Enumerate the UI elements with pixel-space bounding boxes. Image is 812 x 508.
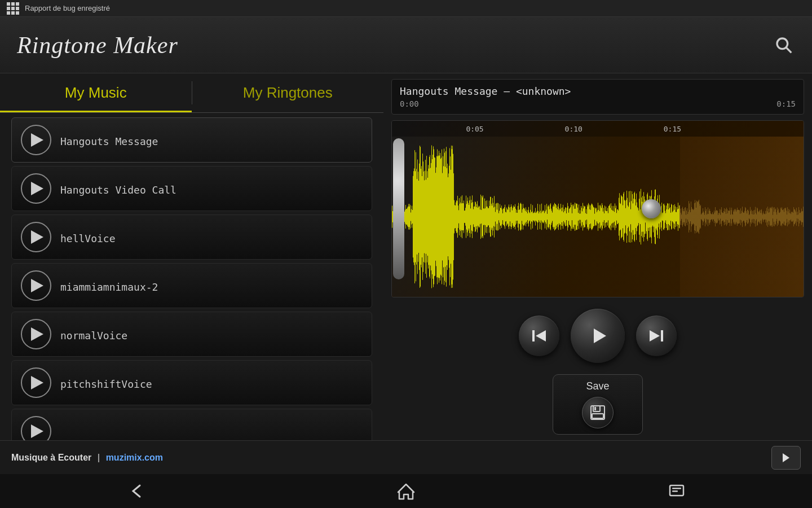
total-time: 0:15 bbox=[776, 99, 796, 108]
song-info: miammiamnimaux-2 bbox=[60, 279, 158, 293]
svg-rect-10 bbox=[594, 407, 596, 410]
main-content: My Music My Ringtones Hangouts Message bbox=[0, 73, 812, 440]
song-info: hellVoice bbox=[60, 230, 116, 244]
playhead-knob[interactable] bbox=[642, 199, 661, 218]
back-button[interactable] bbox=[125, 481, 145, 501]
song-item[interactable]: hellVoice bbox=[11, 214, 372, 260]
play-triangle-icon bbox=[31, 133, 43, 147]
time-marker-1: 0:05 bbox=[466, 125, 483, 133]
prev-button[interactable] bbox=[519, 316, 559, 356]
search-icon bbox=[775, 36, 793, 54]
song-play-button[interactable] bbox=[21, 416, 51, 440]
song-item[interactable]: normalVoice bbox=[11, 312, 372, 357]
play-triangle-icon bbox=[31, 424, 43, 438]
song-info: pitchshiftVoice bbox=[60, 376, 152, 390]
recents-button[interactable] bbox=[667, 481, 687, 501]
song-play-button[interactable] bbox=[21, 319, 51, 349]
song-play-button[interactable] bbox=[21, 222, 51, 252]
app-title: Ringtone Maker bbox=[17, 32, 178, 59]
tab-my-ringtones[interactable]: My Ringtones bbox=[192, 73, 384, 112]
svg-rect-9 bbox=[592, 414, 603, 418]
home-button[interactable] bbox=[396, 481, 416, 501]
waveform-display[interactable]: 0:05 0:10 0:15 bbox=[391, 120, 804, 297]
status-text: Rapport de bug enregistré bbox=[25, 4, 110, 12]
song-item[interactable]: Hangouts Video Call bbox=[11, 166, 372, 211]
playback-times: 0:00 0:15 bbox=[400, 99, 796, 108]
song-item[interactable] bbox=[11, 409, 372, 440]
now-playing-info: Hangouts Message – <unknown> 0:00 0:15 bbox=[391, 79, 804, 115]
svg-marker-3 bbox=[536, 330, 546, 341]
time-ruler: 0:05 0:10 0:15 bbox=[392, 121, 804, 137]
play-icon bbox=[586, 324, 610, 348]
prev-icon bbox=[530, 327, 548, 345]
home-icon bbox=[396, 481, 416, 501]
play-triangle-icon bbox=[31, 327, 43, 341]
footer-info: Musique à Ecouter | muzimix.com bbox=[11, 453, 163, 463]
song-title: miammiamnimaux-2 bbox=[60, 281, 158, 293]
play-triangle-icon bbox=[31, 182, 43, 195]
svg-marker-12 bbox=[398, 484, 414, 499]
svg-rect-5 bbox=[661, 330, 663, 341]
svg-rect-8 bbox=[593, 406, 600, 411]
left-trim-handle[interactable] bbox=[393, 138, 404, 279]
time-marker-3: 0:15 bbox=[664, 125, 681, 133]
now-playing-title: Hangouts Message – <unknown> bbox=[400, 85, 796, 97]
song-title: Hangouts Video Call bbox=[60, 184, 176, 196]
song-play-button[interactable] bbox=[21, 125, 51, 155]
play-button[interactable] bbox=[571, 309, 625, 363]
svg-marker-11 bbox=[783, 453, 789, 462]
tab-bar: My Music My Ringtones bbox=[0, 73, 383, 113]
save-label: Save bbox=[586, 380, 609, 392]
song-play-button[interactable] bbox=[21, 173, 51, 204]
back-icon bbox=[125, 481, 145, 501]
footer-arrow-button[interactable] bbox=[771, 446, 801, 470]
footer: Musique à Ecouter | muzimix.com bbox=[0, 440, 812, 474]
play-triangle-icon bbox=[31, 279, 43, 292]
transport-controls bbox=[391, 303, 804, 369]
right-panel: Hangouts Message – <unknown> 0:00 0:15 0… bbox=[383, 73, 812, 440]
svg-line-1 bbox=[787, 47, 792, 52]
header: Ringtone Maker bbox=[0, 17, 812, 73]
play-triangle-icon bbox=[31, 230, 43, 244]
left-panel: My Music My Ringtones Hangouts Message bbox=[0, 73, 383, 440]
song-title: Hangouts Message bbox=[60, 135, 158, 147]
svg-rect-2 bbox=[532, 330, 535, 341]
svg-point-0 bbox=[777, 38, 788, 49]
song-item[interactable]: pitchshiftVoice bbox=[11, 360, 372, 405]
waveform-canvas bbox=[392, 121, 804, 297]
song-title: hellVoice bbox=[60, 233, 116, 244]
song-item[interactable]: miammiamnimaux-2 bbox=[11, 263, 372, 308]
song-info: Hangouts Message bbox=[60, 133, 158, 147]
arrow-right-icon bbox=[779, 451, 793, 465]
search-button[interactable] bbox=[773, 34, 795, 56]
play-triangle-icon bbox=[31, 376, 43, 389]
save-file-icon bbox=[589, 404, 607, 422]
status-bar: Rapport de bug enregistré bbox=[0, 0, 812, 17]
footer-link[interactable]: muzimix.com bbox=[106, 453, 163, 462]
song-item[interactable]: Hangouts Message bbox=[11, 117, 372, 163]
time-marker-2: 0:10 bbox=[565, 125, 582, 133]
current-time: 0:00 bbox=[400, 99, 419, 108]
nav-bar bbox=[0, 474, 812, 508]
song-title: normalVoice bbox=[60, 330, 127, 341]
footer-text: Musique à Ecouter | muzimix.com bbox=[11, 453, 163, 462]
svg-rect-14 bbox=[672, 488, 681, 489]
svg-rect-15 bbox=[672, 491, 678, 492]
tab-my-music[interactable]: My Music bbox=[0, 73, 192, 112]
grid-icon bbox=[7, 2, 19, 15]
next-button[interactable] bbox=[636, 316, 677, 356]
song-title: pitchshiftVoice bbox=[60, 378, 152, 390]
song-info: Hangouts Video Call bbox=[60, 182, 176, 196]
save-button[interactable]: Save bbox=[553, 374, 643, 435]
song-play-button[interactable] bbox=[21, 367, 51, 398]
next-icon bbox=[647, 327, 665, 345]
svg-marker-6 bbox=[650, 330, 660, 341]
save-icon bbox=[582, 397, 614, 428]
svg-marker-4 bbox=[594, 329, 606, 343]
song-info: normalVoice bbox=[60, 327, 127, 341]
song-list: Hangouts Message Hangouts Video Call hel… bbox=[0, 113, 383, 440]
song-play-button[interactable] bbox=[21, 270, 51, 301]
recents-icon bbox=[667, 481, 687, 501]
